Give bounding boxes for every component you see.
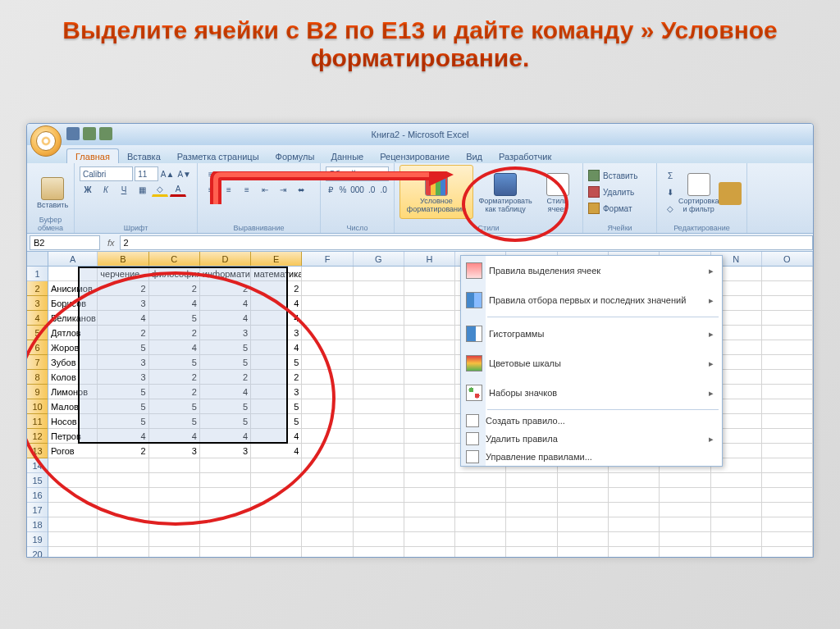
cell-E5[interactable]: 3: [251, 326, 302, 340]
cell-G9[interactable]: [354, 385, 404, 399]
cell-D2[interactable]: 2: [200, 281, 251, 296]
tab-data[interactable]: Данные: [322, 149, 372, 163]
cell-B17[interactable]: [98, 503, 148, 517]
cell-B7[interactable]: 3: [98, 355, 148, 370]
cell-G17[interactable]: [354, 503, 404, 517]
cell-G1[interactable]: [354, 267, 404, 281]
cell-E18[interactable]: [251, 517, 302, 532]
cell-F7[interactable]: [302, 355, 353, 370]
align-top-icon[interactable]: ≡: [203, 166, 219, 181]
row-header-4[interactable]: 4: [27, 311, 48, 326]
cell-E20[interactable]: [251, 547, 302, 558]
cell-F12[interactable]: [302, 429, 353, 444]
increase-indent-icon[interactable]: ⇥: [275, 182, 291, 197]
tab-developer[interactable]: Разработчик: [491, 149, 559, 163]
cell-D7[interactable]: 5: [200, 355, 251, 370]
cell-O12[interactable]: [762, 429, 813, 444]
cell-F17[interactable]: [302, 503, 353, 517]
cell-K15[interactable]: [558, 473, 609, 488]
row-header-19[interactable]: 19: [27, 532, 48, 547]
cell-F8[interactable]: [302, 370, 353, 385]
cell-K17[interactable]: [558, 503, 609, 517]
cell-C14[interactable]: [149, 458, 200, 473]
cell-E16[interactable]: [251, 488, 302, 503]
cell-J17[interactable]: [506, 503, 557, 517]
cell-G7[interactable]: [354, 355, 404, 370]
cell-O14[interactable]: [762, 458, 813, 473]
cell-G13[interactable]: [354, 444, 404, 458]
cell-K18[interactable]: [558, 517, 609, 532]
cell-G5[interactable]: [354, 326, 404, 340]
cell-H5[interactable]: [404, 326, 455, 340]
cell-D16[interactable]: [200, 488, 251, 503]
cell-F6[interactable]: [302, 340, 353, 355]
cell-F3[interactable]: [302, 296, 353, 311]
tab-formulas[interactable]: Формулы: [267, 149, 323, 163]
align-right-icon[interactable]: ≡: [239, 182, 255, 197]
row-header-17[interactable]: 17: [27, 503, 48, 517]
cell-C1[interactable]: философия: [149, 267, 200, 281]
menu-data-bars[interactable]: Гистограммы▸: [461, 319, 722, 349]
undo-icon[interactable]: [83, 127, 96, 140]
cell-F2[interactable]: [302, 281, 353, 296]
cell-A15[interactable]: [48, 473, 98, 488]
select-all-corner[interactable]: [27, 252, 48, 267]
save-icon[interactable]: [66, 127, 80, 140]
number-format-combo[interactable]: Общий: [326, 166, 389, 181]
cell-L19[interactable]: [609, 532, 660, 547]
cell-H11[interactable]: [404, 414, 455, 429]
cell-H14[interactable]: [404, 458, 455, 473]
cell-O11[interactable]: [762, 414, 813, 429]
decrease-indent-icon[interactable]: ⇤: [257, 182, 273, 197]
cell-F15[interactable]: [302, 473, 353, 488]
cell-L17[interactable]: [609, 503, 660, 517]
cell-B5[interactable]: 2: [98, 326, 148, 340]
cell-O16[interactable]: [762, 488, 813, 503]
cell-G16[interactable]: [354, 488, 404, 503]
cell-K20[interactable]: [558, 547, 609, 558]
row-header-6[interactable]: 6: [27, 340, 48, 355]
cell-styles-button[interactable]: Стили ячеек: [537, 165, 578, 219]
font-size-combo[interactable]: 11: [135, 166, 158, 181]
cell-N20[interactable]: [711, 547, 762, 558]
merge-icon[interactable]: ⬌: [293, 182, 309, 197]
tab-home[interactable]: Главная: [66, 148, 119, 163]
cell-B1[interactable]: черчение: [98, 267, 148, 281]
cell-H7[interactable]: [404, 355, 455, 370]
col-header-O[interactable]: O: [762, 252, 813, 266]
name-box[interactable]: B2: [30, 235, 100, 250]
cell-J15[interactable]: [506, 473, 557, 488]
row-header-2[interactable]: 2: [27, 281, 48, 296]
cell-C13[interactable]: 3: [149, 444, 200, 458]
cell-F11[interactable]: [302, 414, 353, 429]
cell-J16[interactable]: [506, 488, 557, 503]
align-middle-icon[interactable]: ≡: [221, 166, 237, 181]
cell-H2[interactable]: [404, 281, 455, 296]
decrease-decimal-icon[interactable]: .0: [378, 182, 389, 197]
cell-D14[interactable]: [200, 458, 251, 473]
col-header-G[interactable]: G: [354, 252, 404, 266]
align-center-icon[interactable]: ≡: [221, 182, 237, 197]
cell-N17[interactable]: [711, 503, 762, 517]
cell-F13[interactable]: [302, 444, 353, 458]
cell-O15[interactable]: [762, 473, 813, 488]
cell-E9[interactable]: 3: [251, 385, 302, 399]
menu-icon-sets[interactable]: Наборы значков▸: [461, 378, 722, 408]
cell-C4[interactable]: 5: [149, 311, 200, 326]
cell-H1[interactable]: [404, 267, 455, 281]
cell-B4[interactable]: 4: [98, 311, 148, 326]
cell-H15[interactable]: [404, 473, 455, 488]
cell-M20[interactable]: [660, 547, 710, 558]
cell-N19[interactable]: [711, 532, 762, 547]
cell-E17[interactable]: [251, 503, 302, 517]
font-color-icon[interactable]: A: [170, 182, 186, 197]
cell-F14[interactable]: [302, 458, 353, 473]
cell-H6[interactable]: [404, 340, 455, 355]
menu-top-bottom-rules[interactable]: Правила отбора первых и последних значен…: [461, 285, 722, 315]
cell-F19[interactable]: [302, 532, 353, 547]
row-header-14[interactable]: 14: [27, 458, 48, 473]
menu-new-rule[interactable]: Создать правило...: [461, 412, 722, 430]
cell-C11[interactable]: 5: [149, 414, 200, 429]
cell-O9[interactable]: [762, 385, 813, 399]
conditional-formatting-button[interactable]: Условное форматирование: [399, 165, 473, 219]
